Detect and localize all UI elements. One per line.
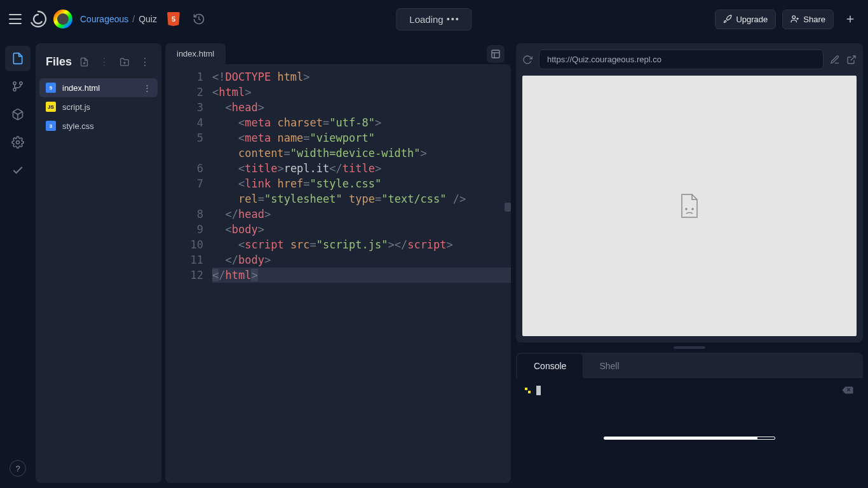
console-body[interactable] [516, 378, 863, 483]
files-panel: Files ⋮ ⋮ 5index.html⋮JSscript.js3style.… [36, 43, 161, 483]
header-actions: Upgrade Share [715, 9, 860, 29]
upgrade-label: Upgrade [736, 15, 768, 24]
svg-point-6 [13, 88, 16, 91]
new-folder-icon[interactable] [117, 56, 132, 68]
upgrade-button[interactable]: Upgrade [715, 10, 776, 29]
run-status: Loading [396, 8, 471, 30]
html5-icon: 5 [167, 12, 180, 26]
js-file-icon: JS [46, 102, 56, 112]
preview-actions [830, 55, 857, 65]
console-cursor [536, 386, 541, 395]
file-more-icon[interactable]: ⋮ [143, 83, 151, 93]
loading-dots-icon [447, 18, 459, 20]
rail-check[interactable] [5, 158, 31, 183]
scrollbar-thumb[interactable] [505, 203, 511, 212]
rail-files[interactable] [5, 46, 31, 71]
file-item[interactable]: 3style.css [39, 116, 158, 135]
divider: ⋮ [97, 55, 112, 69]
files-title: Files [46, 55, 72, 69]
plus-icon [844, 13, 856, 25]
app-header: Courageous / Quiz 5 Loading Upgrade Shar… [0, 0, 868, 38]
file-name: style.css [62, 121, 94, 131]
broken-page-icon [679, 193, 700, 219]
file-name: script.js [62, 102, 90, 112]
preview-panel: https://Quiz.courageous.repl.co ConsoleS… [516, 43, 863, 483]
console-tab-shell[interactable]: Shell [583, 354, 635, 378]
main-layout: ? Files ⋮ ⋮ 5index.html⋮JSscript.js3styl… [0, 38, 868, 488]
rail-settings[interactable] [5, 130, 31, 155]
check-icon [11, 164, 24, 177]
editor-tab-actions [487, 45, 511, 63]
console-prompt [525, 386, 854, 395]
files-more-icon[interactable]: ⋮ [137, 55, 153, 69]
loading-label: Loading [409, 14, 443, 25]
file-icon [11, 51, 24, 65]
preview-url-bar: https://Quiz.courageous.repl.co [522, 50, 857, 69]
html-file-icon: 5 [46, 83, 56, 93]
css-file-icon: 3 [46, 121, 56, 131]
breadcrumb-separator: / [132, 14, 135, 24]
svg-rect-14 [492, 50, 499, 58]
svg-rect-21 [528, 391, 531, 393]
preview-browser: https://Quiz.courageous.repl.co [516, 43, 863, 342]
reload-icon[interactable] [522, 55, 532, 65]
svg-point-7 [20, 82, 22, 85]
resize-handle[interactable] [674, 346, 705, 349]
replit-logo-icon[interactable] [28, 9, 48, 29]
code-content: <!DOCTYPE html> <html> <head> <meta char… [212, 64, 511, 483]
svg-point-5 [13, 82, 16, 85]
svg-point-18 [686, 208, 687, 210]
preview-frame [522, 76, 857, 336]
svg-point-9 [17, 141, 20, 144]
share-label: Share [803, 15, 825, 24]
editor-panel: index.html 123456789101112 <!DOCTYPE htm… [165, 43, 511, 483]
rail-vcs[interactable] [5, 74, 31, 99]
share-button[interactable]: Share [782, 10, 834, 29]
console-tabs: ConsoleShell [516, 353, 863, 378]
file-list: 5index.html⋮JSscript.js3style.css [39, 78, 158, 135]
prompt-icon [525, 388, 531, 394]
preview-url-input[interactable]: https://Quiz.courageous.repl.co [539, 50, 824, 69]
loading-progress [604, 437, 775, 440]
layout-icon[interactable] [487, 45, 505, 63]
rocket-icon [723, 15, 732, 24]
history-icon[interactable] [193, 13, 205, 25]
svg-rect-20 [525, 388, 527, 390]
file-item[interactable]: JSscript.js [39, 97, 158, 116]
rail-packages[interactable] [5, 102, 31, 127]
breadcrumb-user[interactable]: Courageous [80, 14, 128, 24]
files-header: Files ⋮ ⋮ [39, 51, 158, 78]
svg-point-0 [792, 16, 796, 19]
progress-fill [604, 437, 757, 439]
package-icon [11, 108, 24, 121]
code-editor[interactable]: 123456789101112 <!DOCTYPE html> <html> <… [165, 64, 511, 483]
breadcrumb: Courageous / Quiz [80, 14, 157, 24]
console-panel: ConsoleShell [516, 353, 863, 483]
editor-tabs: index.html [165, 43, 511, 64]
menu-icon[interactable] [8, 11, 23, 27]
help-button[interactable]: ? [10, 460, 26, 477]
sidebar-rail: ? [0, 38, 36, 488]
svg-line-17 [851, 56, 855, 60]
svg-point-19 [692, 208, 693, 210]
clear-console-icon[interactable] [841, 386, 854, 395]
user-plus-icon [790, 15, 799, 24]
console-tab-console[interactable]: Console [517, 354, 583, 378]
branch-icon [11, 80, 24, 93]
open-external-icon[interactable] [846, 55, 857, 65]
gear-icon [11, 136, 24, 149]
line-gutter: 123456789101112 [165, 64, 212, 483]
user-avatar[interactable] [53, 10, 72, 29]
rail-help: ? [10, 460, 26, 477]
file-name: index.html [62, 83, 100, 93]
breadcrumb-project[interactable]: Quiz [139, 14, 157, 24]
new-file-icon[interactable] [77, 55, 92, 69]
edit-url-icon[interactable] [830, 55, 840, 65]
file-item[interactable]: 5index.html⋮ [39, 78, 158, 97]
editor-tab[interactable]: index.html [165, 43, 226, 64]
new-button[interactable] [840, 9, 860, 29]
